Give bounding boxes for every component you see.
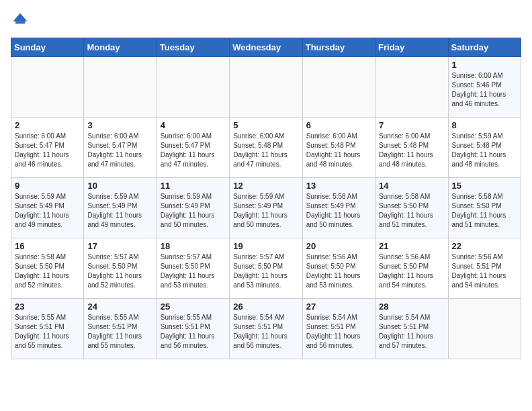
calendar-cell <box>11 57 84 118</box>
logo <box>11 11 32 30</box>
day-info: Sunrise: 5:58 AM Sunset: 5:50 PM Dayligh… <box>452 192 517 230</box>
calendar-cell: 22Sunrise: 5:56 AM Sunset: 5:51 PM Dayli… <box>448 238 521 299</box>
day-number: 15 <box>452 181 517 191</box>
day-number: 4 <box>161 120 226 130</box>
day-info: Sunrise: 5:57 AM Sunset: 5:50 PM Dayligh… <box>161 253 226 290</box>
day-info: Sunrise: 5:55 AM Sunset: 5:51 PM Dayligh… <box>15 313 80 351</box>
calendar-cell: 9Sunrise: 5:59 AM Sunset: 5:49 PM Daylig… <box>11 178 84 238</box>
day-number: 11 <box>161 181 226 191</box>
day-number: 14 <box>379 181 444 191</box>
day-info: Sunrise: 5:58 AM Sunset: 5:50 PM Dayligh… <box>15 253 80 290</box>
day-number: 19 <box>233 241 298 251</box>
day-number: 27 <box>306 302 371 312</box>
calendar-cell: 12Sunrise: 5:59 AM Sunset: 5:49 PM Dayli… <box>230 178 302 238</box>
day-info: Sunrise: 5:56 AM Sunset: 5:50 PM Dayligh… <box>306 253 371 290</box>
day-info: Sunrise: 5:59 AM Sunset: 5:49 PM Dayligh… <box>161 192 226 230</box>
calendar-cell: 3Sunrise: 6:00 AM Sunset: 5:47 PM Daylig… <box>84 118 157 178</box>
day-number: 23 <box>15 302 80 312</box>
day-number: 13 <box>306 181 371 191</box>
day-info: Sunrise: 5:54 AM Sunset: 5:51 PM Dayligh… <box>233 313 298 351</box>
day-info: Sunrise: 5:58 AM Sunset: 5:49 PM Dayligh… <box>306 192 371 230</box>
day-number: 22 <box>452 241 517 251</box>
page-header <box>11 11 521 30</box>
calendar-cell: 17Sunrise: 5:57 AM Sunset: 5:50 PM Dayli… <box>84 238 157 299</box>
day-number: 1 <box>452 60 517 70</box>
day-number: 17 <box>87 241 152 251</box>
calendar-cell: 20Sunrise: 5:56 AM Sunset: 5:50 PM Dayli… <box>302 238 375 299</box>
calendar-col-sunday: Sunday <box>11 38 84 57</box>
calendar-cell: 28Sunrise: 5:54 AM Sunset: 5:51 PM Dayli… <box>375 299 448 359</box>
calendar-week-row: 23Sunrise: 5:55 AM Sunset: 5:51 PM Dayli… <box>11 299 521 359</box>
calendar-cell: 26Sunrise: 5:54 AM Sunset: 5:51 PM Dayli… <box>230 299 302 359</box>
day-number: 2 <box>15 120 80 130</box>
day-info: Sunrise: 6:00 AM Sunset: 5:48 PM Dayligh… <box>379 132 444 169</box>
calendar-cell <box>448 299 521 359</box>
calendar-col-saturday: Saturday <box>448 38 521 57</box>
calendar-cell: 14Sunrise: 5:58 AM Sunset: 5:50 PM Dayli… <box>375 178 448 238</box>
calendar-cell <box>84 57 157 118</box>
calendar-week-row: 1Sunrise: 6:00 AM Sunset: 5:46 PM Daylig… <box>11 57 521 118</box>
day-info: Sunrise: 6:00 AM Sunset: 5:47 PM Dayligh… <box>87 132 152 169</box>
day-number: 26 <box>233 302 298 312</box>
day-info: Sunrise: 5:58 AM Sunset: 5:50 PM Dayligh… <box>379 192 444 230</box>
day-info: Sunrise: 6:00 AM Sunset: 5:47 PM Dayligh… <box>161 132 226 169</box>
calendar-cell: 7Sunrise: 6:00 AM Sunset: 5:48 PM Daylig… <box>375 118 448 178</box>
day-number: 18 <box>161 241 226 251</box>
calendar-cell: 16Sunrise: 5:58 AM Sunset: 5:50 PM Dayli… <box>11 238 84 299</box>
day-info: Sunrise: 5:57 AM Sunset: 5:50 PM Dayligh… <box>87 253 152 290</box>
calendar-header-row: SundayMondayTuesdayWednesdayThursdayFrid… <box>11 38 521 57</box>
calendar-week-row: 2Sunrise: 6:00 AM Sunset: 5:47 PM Daylig… <box>11 118 521 178</box>
calendar-cell: 5Sunrise: 6:00 AM Sunset: 5:48 PM Daylig… <box>230 118 302 178</box>
calendar-col-friday: Friday <box>375 38 448 57</box>
calendar-week-row: 9Sunrise: 5:59 AM Sunset: 5:49 PM Daylig… <box>11 178 521 238</box>
day-info: Sunrise: 5:59 AM Sunset: 5:49 PM Dayligh… <box>233 192 298 230</box>
day-info: Sunrise: 5:54 AM Sunset: 5:51 PM Dayligh… <box>306 313 371 351</box>
calendar-cell: 25Sunrise: 5:55 AM Sunset: 5:51 PM Dayli… <box>157 299 229 359</box>
day-info: Sunrise: 6:00 AM Sunset: 5:46 PM Dayligh… <box>452 71 517 109</box>
day-number: 6 <box>306 120 371 130</box>
day-number: 25 <box>161 302 226 312</box>
calendar-cell <box>157 57 229 118</box>
day-number: 12 <box>233 181 298 191</box>
calendar-col-thursday: Thursday <box>302 38 375 57</box>
day-info: Sunrise: 6:00 AM Sunset: 5:48 PM Dayligh… <box>233 132 298 169</box>
calendar-cell: 8Sunrise: 5:59 AM Sunset: 5:48 PM Daylig… <box>448 118 521 178</box>
day-number: 20 <box>306 241 371 251</box>
day-number: 10 <box>87 181 152 191</box>
day-number: 28 <box>379 302 444 312</box>
svg-marker-0 <box>13 13 28 21</box>
calendar-col-monday: Monday <box>84 38 157 57</box>
day-info: Sunrise: 5:59 AM Sunset: 5:49 PM Dayligh… <box>15 192 80 230</box>
calendar-col-wednesday: Wednesday <box>230 38 302 57</box>
day-number: 3 <box>87 120 152 130</box>
calendar-cell <box>230 57 302 118</box>
day-number: 7 <box>379 120 444 130</box>
day-info: Sunrise: 5:55 AM Sunset: 5:51 PM Dayligh… <box>161 313 226 351</box>
calendar-cell: 15Sunrise: 5:58 AM Sunset: 5:50 PM Dayli… <box>448 178 521 238</box>
calendar-cell: 21Sunrise: 5:56 AM Sunset: 5:50 PM Dayli… <box>375 238 448 299</box>
calendar-cell: 24Sunrise: 5:55 AM Sunset: 5:51 PM Dayli… <box>84 299 157 359</box>
calendar-cell: 13Sunrise: 5:58 AM Sunset: 5:49 PM Dayli… <box>302 178 375 238</box>
calendar-cell: 23Sunrise: 5:55 AM Sunset: 5:51 PM Dayli… <box>11 299 84 359</box>
day-info: Sunrise: 5:56 AM Sunset: 5:50 PM Dayligh… <box>379 253 444 290</box>
calendar-cell: 4Sunrise: 6:00 AM Sunset: 5:47 PM Daylig… <box>157 118 229 178</box>
logo-icon <box>11 11 30 30</box>
day-info: Sunrise: 6:00 AM Sunset: 5:48 PM Dayligh… <box>306 132 371 169</box>
day-number: 9 <box>15 181 80 191</box>
day-number: 5 <box>233 120 298 130</box>
day-info: Sunrise: 5:59 AM Sunset: 5:48 PM Dayligh… <box>452 132 517 169</box>
calendar-cell: 6Sunrise: 6:00 AM Sunset: 5:48 PM Daylig… <box>302 118 375 178</box>
calendar-cell: 27Sunrise: 5:54 AM Sunset: 5:51 PM Dayli… <box>302 299 375 359</box>
day-number: 24 <box>87 302 152 312</box>
calendar-cell: 10Sunrise: 5:59 AM Sunset: 5:49 PM Dayli… <box>84 178 157 238</box>
day-info: Sunrise: 5:59 AM Sunset: 5:49 PM Dayligh… <box>87 192 152 230</box>
calendar-cell <box>375 57 448 118</box>
day-info: Sunrise: 6:00 AM Sunset: 5:47 PM Dayligh… <box>15 132 80 169</box>
day-number: 21 <box>379 241 444 251</box>
calendar-cell: 1Sunrise: 6:00 AM Sunset: 5:46 PM Daylig… <box>448 57 521 118</box>
day-info: Sunrise: 5:54 AM Sunset: 5:51 PM Dayligh… <box>379 313 444 351</box>
day-number: 8 <box>452 120 517 130</box>
calendar-cell: 2Sunrise: 6:00 AM Sunset: 5:47 PM Daylig… <box>11 118 84 178</box>
day-number: 16 <box>15 241 80 251</box>
calendar-cell: 11Sunrise: 5:59 AM Sunset: 5:49 PM Dayli… <box>157 178 229 238</box>
